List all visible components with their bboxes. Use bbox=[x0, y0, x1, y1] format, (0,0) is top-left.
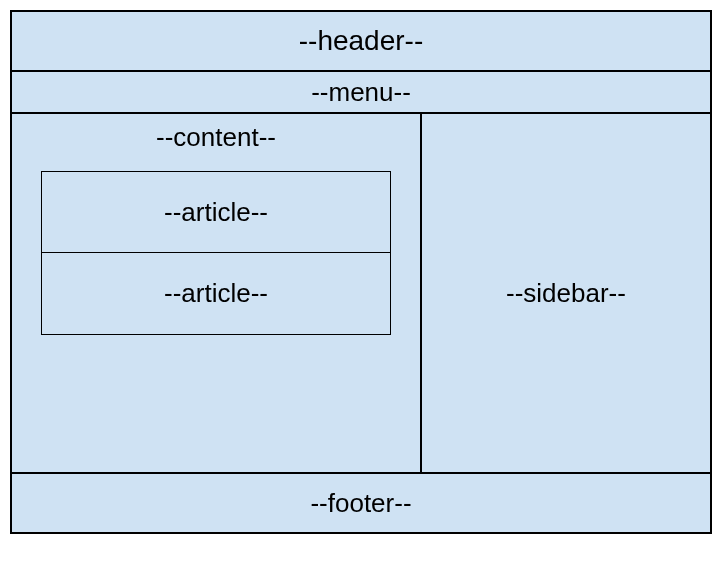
sidebar-label: --sidebar-- bbox=[506, 278, 626, 309]
header-label: --header-- bbox=[299, 25, 423, 57]
content-region: --content-- --article-- --article-- bbox=[12, 114, 422, 472]
article-region: --article-- bbox=[41, 253, 391, 335]
content-label: --content-- bbox=[156, 122, 276, 153]
footer-region: --footer-- bbox=[12, 474, 710, 532]
articles-container: --article-- --article-- bbox=[41, 171, 391, 335]
article-region: --article-- bbox=[41, 171, 391, 253]
main-region: --content-- --article-- --article-- --si… bbox=[12, 114, 710, 474]
article-label: --article-- bbox=[164, 197, 268, 228]
header-region: --header-- bbox=[12, 12, 710, 72]
article-label: --article-- bbox=[164, 278, 268, 309]
page-layout-diagram: --header-- --menu-- --content-- --articl… bbox=[10, 10, 712, 534]
footer-label: --footer-- bbox=[310, 488, 411, 519]
menu-label: --menu-- bbox=[311, 77, 411, 108]
sidebar-region: --sidebar-- bbox=[422, 114, 710, 472]
menu-region: --menu-- bbox=[12, 72, 710, 114]
